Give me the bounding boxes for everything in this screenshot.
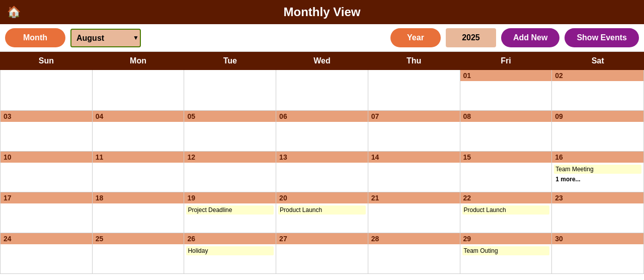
calendar-week-2: 10111213141516Team Meeting1 more... xyxy=(1,152,644,192)
calendar-cell[interactable]: 12 xyxy=(184,152,276,192)
event-content xyxy=(93,122,184,147)
event-content xyxy=(184,73,276,98)
calendar-cell[interactable]: 07 xyxy=(368,111,460,152)
event-item[interactable]: Product Launch xyxy=(278,205,366,215)
calendar-cell[interactable]: 10 xyxy=(1,152,93,192)
calendar-week-1: 03040506070809 xyxy=(1,111,644,152)
event-content xyxy=(368,122,460,147)
event-item[interactable]: Holiday xyxy=(186,246,274,255)
event-content xyxy=(552,203,643,229)
event-content xyxy=(368,73,460,98)
event-content xyxy=(552,81,643,106)
top-bar: 🏠 Monthly View xyxy=(0,0,644,24)
day-number: 20 xyxy=(276,192,368,203)
day-number: 24 xyxy=(1,233,92,244)
calendar-cell[interactable]: 20Product Launch xyxy=(276,192,368,233)
day-number: 30 xyxy=(552,233,643,244)
calendar-cell[interactable]: 24 xyxy=(1,233,93,274)
calendar-cell[interactable]: 16Team Meeting1 more... xyxy=(552,152,644,192)
calendar-cell[interactable]: 14 xyxy=(368,152,460,192)
event-content: Product Launch xyxy=(460,203,552,229)
page-title: Monthly View xyxy=(284,5,361,19)
controls-bar: Month January February March April May J… xyxy=(0,24,644,52)
event-content xyxy=(460,122,552,147)
event-content: Product Launch xyxy=(276,203,368,229)
day-number: 11 xyxy=(93,152,184,163)
day-number: 17 xyxy=(1,192,92,203)
event-item[interactable]: Team Meeting xyxy=(554,165,641,174)
calendar-cell[interactable]: 30 xyxy=(552,233,644,274)
event-content xyxy=(1,203,92,229)
day-number: 08 xyxy=(460,111,552,122)
home-icon[interactable]: 🏠 xyxy=(7,6,21,19)
calendar-cell[interactable]: 11 xyxy=(92,152,184,192)
event-content xyxy=(276,122,368,147)
event-content xyxy=(276,73,368,98)
day-number: 13 xyxy=(276,152,368,163)
day-number: 02 xyxy=(552,70,643,81)
day-number: 23 xyxy=(552,192,643,203)
day-header-sat: Sat xyxy=(552,52,644,70)
calendar-cell[interactable] xyxy=(1,70,93,111)
calendar-cell[interactable]: 13 xyxy=(276,152,368,192)
calendar-cell[interactable]: 04 xyxy=(92,111,184,152)
calendar-cell[interactable] xyxy=(368,70,460,111)
day-number: 09 xyxy=(552,111,643,122)
calendar-week-4: 242526Holiday272829Team Outing30 xyxy=(1,233,644,274)
calendar-cell[interactable]: 19Project Deadline xyxy=(184,192,276,233)
calendar-cell[interactable] xyxy=(276,70,368,111)
event-content xyxy=(276,244,368,269)
event-content xyxy=(552,122,643,147)
calendar-cell[interactable]: 17 xyxy=(1,192,93,233)
calendar-cell[interactable]: 23 xyxy=(552,192,644,233)
event-content xyxy=(93,244,184,269)
event-content: Team Outing xyxy=(460,244,552,269)
calendar-cell[interactable] xyxy=(92,70,184,111)
calendar-cell[interactable]: 08 xyxy=(460,111,552,152)
event-content xyxy=(552,244,643,269)
calendar-cell[interactable]: 05 xyxy=(184,111,276,152)
day-header-thu: Thu xyxy=(368,52,460,70)
calendar-cell[interactable]: 02 xyxy=(552,70,644,111)
calendar-cell[interactable]: 26Holiday xyxy=(184,233,276,274)
add-new-button[interactable]: Add New xyxy=(501,28,559,47)
event-content: Holiday xyxy=(184,244,276,269)
calendar-cell[interactable]: 03 xyxy=(1,111,93,152)
day-header-fri: Fri xyxy=(460,52,552,70)
day-number: 12 xyxy=(184,152,276,163)
day-number: 21 xyxy=(368,192,460,203)
calendar-cell[interactable]: 21 xyxy=(368,192,460,233)
event-item[interactable]: Product Launch xyxy=(462,205,550,215)
calendar-cell[interactable]: 27 xyxy=(276,233,368,274)
show-events-button[interactable]: Show Events xyxy=(565,28,639,47)
year-value: 2025 xyxy=(446,28,496,47)
month-select[interactable]: January February March April May June Ju… xyxy=(70,29,141,47)
calendar-cell[interactable]: 18 xyxy=(92,192,184,233)
event-content xyxy=(460,163,552,188)
event-content xyxy=(93,73,184,98)
calendar-cell[interactable]: 15 xyxy=(460,152,552,192)
event-item[interactable]: Team Outing xyxy=(462,246,550,255)
calendar-cell[interactable]: 22Product Launch xyxy=(460,192,552,233)
day-number: 18 xyxy=(93,192,184,203)
calendar-cell[interactable]: 09 xyxy=(552,111,644,152)
calendar-cell[interactable]: 28 xyxy=(368,233,460,274)
calendar-cell[interactable]: 01 xyxy=(460,70,552,111)
event-content xyxy=(460,81,552,106)
year-label: Year xyxy=(390,28,441,47)
event-more[interactable]: 1 more... xyxy=(554,175,641,184)
month-button[interactable]: Month xyxy=(5,28,65,47)
event-item[interactable]: Project Deadline xyxy=(186,205,274,215)
event-content xyxy=(93,163,184,188)
day-header-tue: Tue xyxy=(184,52,276,70)
event-content xyxy=(1,163,92,188)
event-content: Project Deadline xyxy=(184,203,276,229)
month-select-wrap: January February March April May June Ju… xyxy=(70,29,141,47)
day-number: 19 xyxy=(184,192,276,203)
calendar-cell[interactable]: 29Team Outing xyxy=(460,233,552,274)
calendar-cell[interactable] xyxy=(184,70,276,111)
event-content xyxy=(368,163,460,188)
day-number: 29 xyxy=(460,233,552,244)
calendar-cell[interactable]: 06 xyxy=(276,111,368,152)
calendar-cell[interactable]: 25 xyxy=(92,233,184,274)
